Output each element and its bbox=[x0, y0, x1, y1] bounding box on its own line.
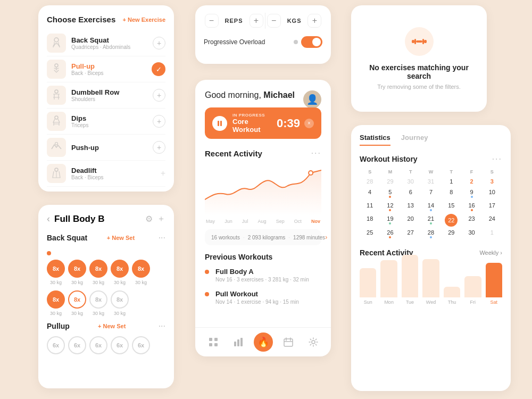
set-1-5[interactable]: 8x bbox=[132, 260, 150, 278]
back-squat-label: Back Squat bbox=[47, 234, 87, 242]
calendar-cell[interactable]: 28 bbox=[360, 177, 380, 186]
exercise-checked-icon[interactable]: ✓ bbox=[152, 62, 165, 76]
kgs-minus-button[interactable]: − bbox=[267, 14, 281, 28]
calendar-cell[interactable]: 28 bbox=[421, 228, 441, 240]
stats-arrow[interactable]: › bbox=[325, 234, 327, 241]
calendar-cell[interactable]: 20 bbox=[401, 214, 421, 227]
calendar-cell[interactable]: 8 bbox=[441, 187, 461, 200]
workout-2-name: Pull Workout bbox=[215, 290, 299, 298]
calendar-cell[interactable]: 22 bbox=[441, 214, 461, 227]
workout-item-2-info: Pull Workout Nov 14 · 1 exercise · 94 kg… bbox=[215, 290, 299, 305]
calendar-cell[interactable]: 9 bbox=[461, 187, 481, 200]
calendar-cell[interactable]: 5 bbox=[380, 187, 400, 200]
pullup-set-2[interactable]: 6x bbox=[68, 336, 86, 354]
calendar-cell[interactable]: 27 bbox=[401, 228, 421, 240]
nav-settings-icon[interactable] bbox=[304, 332, 323, 352]
calendar-cell[interactable]: 14 bbox=[421, 201, 441, 213]
calendar-cell[interactable]: 1 bbox=[482, 228, 502, 240]
calendar-cell[interactable]: 30 bbox=[401, 177, 421, 186]
set-2-2[interactable]: 8x bbox=[68, 290, 86, 309]
calendar-cell[interactable]: 11 bbox=[360, 201, 380, 213]
reps-plus-button[interactable]: + bbox=[250, 14, 263, 28]
close-workout-button[interactable]: × bbox=[304, 119, 314, 128]
progressive-toggle[interactable] bbox=[301, 36, 322, 48]
calendar-cell[interactable]: 13 bbox=[401, 201, 421, 213]
calendar-cell[interactable]: 4 bbox=[360, 187, 380, 200]
back-button[interactable]: ‹ bbox=[47, 213, 50, 225]
progressive-controls bbox=[292, 36, 322, 48]
calendar-cell[interactable]: 6 bbox=[401, 187, 421, 200]
pause-button[interactable] bbox=[212, 116, 227, 131]
workout-history-more[interactable]: ··· bbox=[492, 154, 502, 164]
svg-point-12 bbox=[309, 171, 312, 174]
exercise-add-button[interactable]: + bbox=[153, 115, 165, 128]
tab-statistics[interactable]: Statistics bbox=[360, 134, 390, 146]
exercise-info: Push-up bbox=[71, 144, 153, 152]
nav-calendar-icon[interactable] bbox=[279, 332, 298, 352]
pullup-more-options[interactable]: ··· bbox=[159, 321, 165, 331]
calendar-cell[interactable]: 25 bbox=[360, 228, 380, 240]
calendar-cell[interactable]: 19 bbox=[380, 214, 400, 227]
pullup-new-set-button[interactable]: + New Set bbox=[98, 323, 126, 329]
exercise-more-icon[interactable]: + bbox=[161, 169, 165, 178]
bar-group: Sun bbox=[360, 268, 376, 305]
exercise-item[interactable]: Dumbbell Row Shoulders + bbox=[47, 82, 165, 109]
calendar-cell[interactable]: 29 bbox=[441, 228, 461, 240]
pullup-set-4[interactable]: 6x bbox=[111, 336, 129, 354]
kgs-plus-button[interactable]: + bbox=[307, 14, 321, 28]
tab-journey[interactable]: Journey bbox=[401, 134, 428, 146]
exercise-body-icon bbox=[47, 60, 66, 79]
set-2-1[interactable]: 8x bbox=[47, 290, 65, 309]
exercise-add-button[interactable]: + bbox=[153, 89, 165, 102]
calendar-cell[interactable]: 31 bbox=[421, 177, 441, 186]
calendar-cell[interactable]: 18 bbox=[360, 214, 380, 227]
calendar-cell[interactable]: 29 bbox=[380, 177, 400, 186]
nav-chart-icon[interactable] bbox=[229, 332, 248, 352]
set-2-4[interactable]: 8x bbox=[111, 290, 129, 309]
exercise-add-button[interactable]: + bbox=[153, 141, 165, 154]
pullup-set-1[interactable]: 6x bbox=[47, 336, 65, 354]
settings-icon[interactable]: ⚙ bbox=[145, 214, 153, 224]
set-1-1[interactable]: 8x bbox=[47, 260, 65, 278]
pullup-set-5[interactable]: 6x bbox=[132, 336, 150, 354]
calendar-cell[interactable]: 1 bbox=[441, 177, 461, 186]
exercise-item[interactable]: Dips Triceps + bbox=[47, 109, 165, 135]
weekly-toggle[interactable]: Weekly › bbox=[479, 250, 502, 256]
more-options-button[interactable]: ··· bbox=[159, 233, 165, 243]
calendar-cell[interactable]: 2 bbox=[461, 177, 481, 186]
calendar-cell[interactable]: 26 bbox=[380, 228, 400, 240]
set-1-2[interactable]: 8x bbox=[68, 260, 86, 278]
calendar-cell[interactable]: 23 bbox=[461, 214, 481, 227]
add-icon[interactable]: ＋ bbox=[157, 213, 165, 225]
exercise-info: Dips Triceps bbox=[71, 114, 153, 128]
bar-label: Sat bbox=[490, 300, 497, 305]
nav-grid-icon[interactable] bbox=[204, 332, 223, 352]
pullup-set-3[interactable]: 6x bbox=[89, 336, 107, 354]
calendar-cell[interactable]: 15 bbox=[441, 201, 461, 213]
new-exercise-button[interactable]: + New Exercise bbox=[123, 16, 165, 23]
activity-more-button[interactable]: ··· bbox=[311, 148, 321, 158]
calendar-cell[interactable]: 21 bbox=[421, 214, 441, 227]
calendar-cell[interactable]: 17 bbox=[482, 201, 502, 213]
reps-minus-button[interactable]: − bbox=[205, 14, 219, 28]
calendar-cell[interactable]: 30 bbox=[461, 228, 481, 240]
calendar-cell[interactable]: 7 bbox=[421, 187, 441, 200]
weight-2-4: 30 kg bbox=[111, 311, 129, 316]
calendar-cell[interactable]: 3 bbox=[482, 177, 502, 186]
new-set-button[interactable]: + New Set bbox=[107, 235, 135, 241]
exercise-add-button[interactable]: + bbox=[153, 37, 165, 49]
calendar-cell[interactable]: 10 bbox=[482, 187, 502, 200]
set-1-4[interactable]: 8x bbox=[111, 260, 129, 278]
calendar-cell[interactable]: 16 bbox=[461, 201, 481, 213]
set-2-3[interactable]: 8x bbox=[89, 290, 107, 309]
exercise-item[interactable]: Pull-up Back · Biceps ✓ bbox=[47, 56, 165, 82]
calendar-cell[interactable]: 24 bbox=[482, 214, 502, 227]
set-1-3[interactable]: 8x bbox=[89, 260, 107, 278]
exercise-item[interactable]: Deadlift Back · Biceps + bbox=[47, 161, 165, 187]
empty-title: No exercises matching your search bbox=[362, 63, 476, 80]
nav-fire-icon[interactable]: 🔥 bbox=[254, 332, 273, 352]
exercise-item[interactable]: Back Squat Quadriceps · Abdominals + bbox=[47, 30, 165, 56]
exercise-item[interactable]: Push-up + bbox=[47, 135, 165, 161]
calendar-cell[interactable]: 12 bbox=[380, 201, 400, 213]
bar-group: Fri bbox=[464, 276, 481, 305]
